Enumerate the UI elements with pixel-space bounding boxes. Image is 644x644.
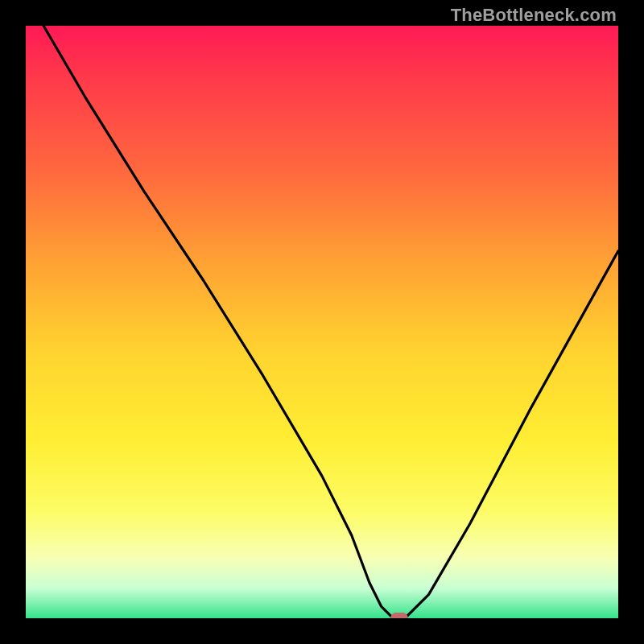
chart-frame: TheBottleneck.com <box>0 0 644 644</box>
watermark-text: TheBottleneck.com <box>451 5 617 26</box>
plot-area <box>26 26 618 618</box>
bottleneck-curve <box>26 26 618 618</box>
optimal-point-marker <box>390 613 408 618</box>
